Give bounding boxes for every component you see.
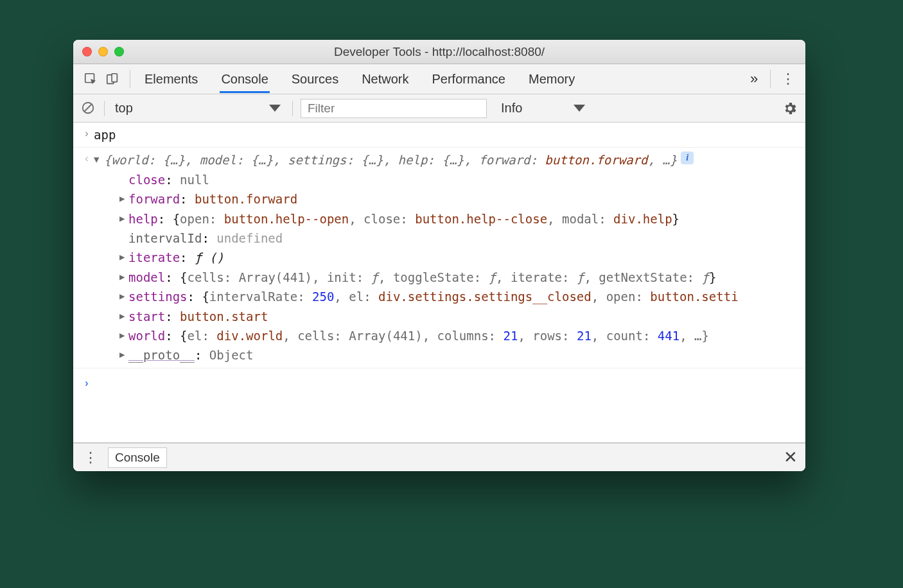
output-content: ▼ {world: {…}, model: {…}, settings: {…}… — [94, 150, 799, 365]
prop-model[interactable]: ▶model: {cells: Array(441), init: ƒ, tog… — [119, 268, 799, 287]
chevron-down-icon — [269, 105, 281, 112]
device-toolbar-icon[interactable] — [101, 69, 123, 89]
prop-help[interactable]: ▶help: {open: button.help--open, close: … — [119, 209, 799, 229]
svg-rect-2 — [112, 74, 117, 82]
tab-memory[interactable]: Memory — [527, 65, 576, 93]
object-preview: {world: {…}, model: {…}, settings: {…}, … — [104, 150, 677, 169]
panel-tabs: Elements Console Sources Network Perform… — [143, 65, 744, 93]
log-level-selector[interactable]: Info — [495, 101, 585, 116]
disclosure-triangle-icon[interactable]: ▶ — [119, 211, 128, 225]
console-prompt-row[interactable]: › — [73, 368, 805, 394]
input-marker-icon: › — [80, 125, 94, 144]
divider — [770, 70, 771, 88]
context-selector[interactable]: top — [112, 99, 285, 117]
prop-world[interactable]: ▶world: {el: div.world, cells: Array(441… — [119, 326, 799, 345]
disclosure-triangle-icon[interactable]: ▶ — [119, 270, 128, 284]
object-summary[interactable]: ▼ {world: {…}, model: {…}, settings: {…}… — [94, 150, 799, 169]
output-marker-icon: ‹ — [80, 150, 94, 167]
console-body: › app ‹ ▼ {world: {…}, model: {…}, setti… — [73, 123, 805, 443]
titlebar: Developer Tools - http://localhost:8080/ — [73, 40, 805, 64]
info-badge-icon[interactable]: i — [681, 151, 694, 164]
drawer-menu-icon[interactable]: ⋮ — [81, 449, 100, 466]
prop-forward[interactable]: ▶forward: button.forward — [119, 189, 799, 209]
devtools-menu-icon[interactable]: ⋮ — [777, 71, 799, 87]
tab-console[interactable]: Console — [220, 65, 269, 93]
prop-proto[interactable]: ▶__proto__: Object — [119, 345, 799, 365]
chevron-down-icon — [574, 105, 585, 112]
traffic-lights — [73, 47, 124, 56]
inspect-element-icon[interactable] — [80, 69, 101, 89]
disclosure-triangle-icon[interactable]: ▶ — [119, 250, 128, 264]
divider — [292, 101, 293, 116]
devtools-window: Developer Tools - http://localhost:8080/… — [73, 40, 805, 471]
panel-tabbar: Elements Console Sources Network Perform… — [73, 64, 805, 94]
tab-network[interactable]: Network — [360, 65, 410, 93]
prop-start[interactable]: ▶start: button.start — [119, 307, 799, 326]
console-input-echo: › app — [73, 123, 805, 148]
drawer-tab-console[interactable]: Console — [108, 447, 167, 468]
window-maximize-button[interactable] — [114, 47, 124, 56]
prop-settings[interactable]: ▶settings: {intervalRate: 250, el: div.s… — [119, 287, 799, 306]
clear-console-icon[interactable] — [81, 101, 96, 116]
window-title: Developer Tools - http://localhost:8080/ — [73, 45, 805, 59]
disclosure-triangle-icon[interactable]: ▶ — [119, 309, 128, 323]
context-value: top — [115, 101, 133, 116]
prop-intervalid[interactable]: intervalId: undefined — [119, 229, 799, 248]
filter-input[interactable] — [301, 99, 487, 118]
console-toolbar: top Info — [73, 94, 805, 123]
console-settings-icon[interactable] — [782, 101, 798, 116]
window-close-button[interactable] — [82, 47, 92, 56]
tab-performance[interactable]: Performance — [431, 65, 507, 93]
prop-iterate[interactable]: ▶iterate: ƒ () — [119, 248, 799, 267]
disclosure-triangle-open-icon[interactable]: ▼ — [94, 152, 103, 166]
input-command: app — [94, 125, 799, 144]
disclosure-triangle-icon[interactable]: ▶ — [119, 347, 128, 361]
disclosure-triangle-icon[interactable]: ▶ — [119, 289, 128, 303]
more-tabs-icon[interactable]: » — [744, 71, 764, 87]
divider — [104, 101, 105, 116]
prop-close[interactable]: close: null — [119, 170, 799, 189]
window-minimize-button[interactable] — [98, 47, 108, 56]
divider — [130, 70, 130, 88]
tab-sources[interactable]: Sources — [290, 65, 340, 93]
drawer-footer: ⋮ Console ✕ — [73, 443, 805, 471]
tab-elements[interactable]: Elements — [143, 65, 199, 93]
object-properties: close: null ▶forward: button.forward ▶he… — [94, 170, 799, 365]
console-prompt-input[interactable] — [94, 375, 799, 392]
disclosure-triangle-icon[interactable]: ▶ — [119, 328, 128, 342]
close-drawer-icon[interactable]: ✕ — [784, 447, 798, 467]
console-output-row: ‹ ▼ {world: {…}, model: {…}, settings: {… — [73, 148, 805, 367]
disclosure-triangle-icon[interactable]: ▶ — [119, 191, 128, 205]
prompt-marker-icon: › — [80, 375, 94, 392]
log-level-value: Info — [501, 101, 522, 116]
